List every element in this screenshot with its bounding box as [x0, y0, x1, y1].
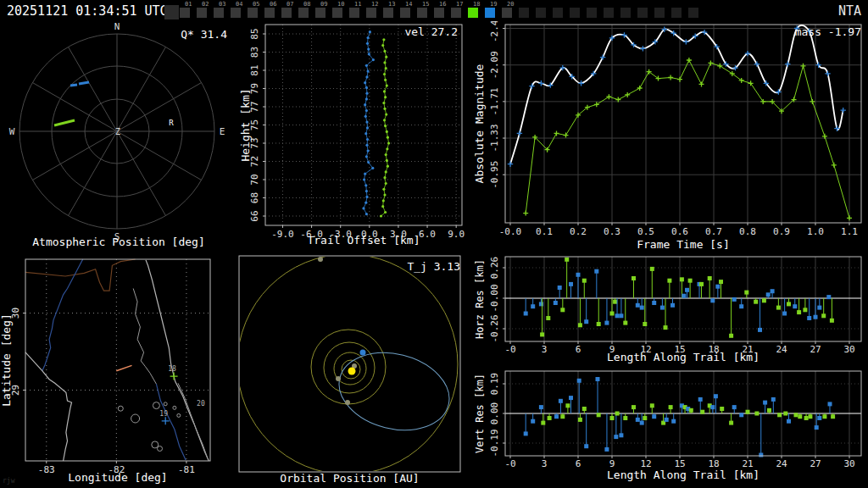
svg-text:N: N: [114, 21, 120, 32]
frame-indicator[interactable]: [264, 8, 275, 18]
frame-indicator-empty[interactable]: [604, 8, 614, 18]
frame-indicator[interactable]: [332, 8, 342, 18]
shower-code-badge: NTA: [838, 3, 861, 19]
lightcurve-panel: -0.00.10.20.30.50.60.70.80.91.01.1-2.47-…: [475, 21, 868, 254]
svg-text:-0.26: -0.26: [489, 314, 500, 342]
frame-number-label: 06: [270, 2, 276, 8]
frame-indicator[interactable]: [468, 8, 478, 18]
frame-number-label: 01: [185, 2, 192, 8]
svg-text:-2.47: -2.47: [489, 21, 500, 42]
svg-text:0.1: 0.1: [536, 226, 553, 237]
frame-indicator-empty[interactable]: [671, 8, 682, 18]
frame-indicator[interactable]: [214, 8, 224, 18]
svg-text:E: E: [220, 126, 225, 137]
trail-offset-plot: 8583817977757372706866-9.0-6.0-3.00.03.0…: [237, 21, 475, 254]
svg-text:Height [km]: Height [km]: [239, 88, 252, 161]
orbit-panel: T_j 3.13 Orbital Position [AU]: [237, 254, 475, 488]
frame-indicator-empty[interactable]: [654, 8, 665, 18]
lightcurve-plot: -0.00.10.20.30.50.60.70.80.91.01.1-2.47-…: [475, 21, 868, 254]
frame-indicator[interactable]: [315, 8, 326, 18]
sky-position-panel: NSWEZR Q* 31.4 Atmospheric Position [deg…: [0, 21, 237, 254]
frame-indicator-empty[interactable]: [536, 8, 546, 18]
svg-text:R: R: [169, 119, 174, 127]
frame-indicator[interactable]: [180, 8, 190, 18]
svg-text:1.1: 1.1: [841, 226, 858, 237]
svg-text:W: W: [9, 126, 15, 137]
svg-text:-1.33: -1.33: [489, 124, 500, 152]
svg-text:0.26: 0.26: [489, 257, 500, 280]
frame-indicator[interactable]: [197, 8, 207, 18]
trail-offset-axis-label: Trail Offset [km]: [265, 234, 462, 247]
frame-number-label: 20: [507, 2, 514, 8]
frame-indicator[interactable]: [434, 8, 444, 18]
svg-text:0.5: 0.5: [637, 226, 654, 237]
frame-number-label: 09: [320, 2, 327, 8]
frame-indicator-empty[interactable]: [519, 8, 529, 18]
sky-position-plot: NSWEZR: [0, 21, 237, 254]
trail-length-axis-label-vert: Length Along Trail [km]: [505, 469, 861, 481]
longitude-axis-label: Longitude [deg]: [25, 471, 210, 484]
mass-readout: mass -1.97: [795, 25, 861, 38]
frame-indicator[interactable]: [248, 8, 258, 18]
horizontal-residuals-panel: -0369121518212427300.26-0.00-0.26Horz Re…: [475, 254, 868, 369]
frame-indicator-empty[interactable]: [570, 8, 580, 18]
svg-text:-0.00: -0.00: [489, 284, 500, 312]
svg-text:83: 83: [249, 47, 260, 58]
frame-indicator[interactable]: [298, 8, 309, 18]
frame-number-label: 04: [236, 2, 242, 8]
svg-text:-0.19: -0.19: [489, 429, 500, 457]
frame-indicator[interactable]: [502, 8, 512, 18]
svg-text:0.19: 0.19: [489, 373, 500, 396]
svg-text:-0.95: -0.95: [489, 161, 500, 189]
frame-indicator-empty[interactable]: [587, 8, 597, 18]
svg-text:0.6: 0.6: [671, 226, 688, 237]
frame-indicator-strip[interactable]: 0102030405060708091011121314151617181920: [0, 0, 868, 21]
frame-number-label: 15: [422, 2, 429, 8]
top-status-bar: 20251121 01:34:51 UTC 010203040506070809…: [0, 0, 868, 21]
svg-text:Z: Z: [115, 127, 120, 136]
frame-number-label: 16: [439, 2, 446, 8]
frame-number-label: 12: [371, 2, 378, 8]
orbit-plot: [237, 254, 475, 488]
svg-text:81: 81: [249, 64, 260, 75]
trail-length-axis-label-horz: Length Along Trail [km]: [505, 351, 861, 363]
ground-map-panel: 181920-83-82-813029Latitude [deg] Longit…: [0, 254, 237, 488]
svg-text:-0.0: -0.0: [499, 226, 522, 237]
vertical-residuals-panel: -0369121518212427300.190.00-0.19Vert Res…: [475, 369, 868, 488]
frame-indicator-current[interactable]: [164, 5, 179, 19]
frame-indicator[interactable]: [485, 8, 495, 18]
frame-number-label: 10: [337, 2, 344, 8]
frame-number-label: 17: [456, 2, 463, 8]
frame-indicator[interactable]: [281, 8, 292, 18]
frame-indicator-empty[interactable]: [637, 8, 648, 18]
svg-text:0.7: 0.7: [705, 226, 722, 237]
frame-number-label: 03: [219, 2, 225, 8]
svg-text:68: 68: [249, 192, 260, 203]
frame-indicator[interactable]: [349, 8, 359, 18]
frame-indicator-empty[interactable]: [688, 8, 698, 18]
orbit-plot-caption: Orbital Position [AU]: [239, 472, 460, 485]
q-value-readout: Q* 31.4: [181, 28, 227, 41]
svg-text:-2.09: -2.09: [489, 51, 500, 79]
frame-indicator[interactable]: [417, 8, 427, 18]
frame-indicator[interactable]: [231, 8, 241, 18]
frame-indicator[interactable]: [366, 8, 376, 18]
frame-indicator[interactable]: [400, 8, 410, 18]
frame-indicator-empty[interactable]: [620, 8, 631, 18]
frame-number-label: 13: [388, 2, 395, 8]
svg-text:0.3: 0.3: [604, 226, 620, 237]
svg-text:1.0: 1.0: [807, 226, 824, 237]
ground-map-plot: 181920-83-82-813029Latitude [deg]: [0, 254, 237, 488]
frame-number-label: 08: [303, 2, 310, 8]
meteor-analysis-app: 20251121 01:34:51 UTC 010203040506070809…: [0, 0, 868, 488]
svg-text:0.2: 0.2: [570, 226, 587, 237]
frame-indicator[interactable]: [383, 8, 393, 18]
svg-text:0.9: 0.9: [773, 226, 790, 237]
frame-indicator[interactable]: [451, 8, 461, 18]
frame-number-label: 05: [253, 2, 259, 8]
svg-text:Absolute Magnitude: Absolute Magnitude: [475, 64, 486, 183]
frame-indicator-empty[interactable]: [553, 8, 563, 18]
svg-text:20: 20: [197, 400, 205, 408]
frame-number-label: 19: [490, 2, 497, 8]
svg-text:Vert Res [km]: Vert Res [km]: [475, 374, 486, 453]
